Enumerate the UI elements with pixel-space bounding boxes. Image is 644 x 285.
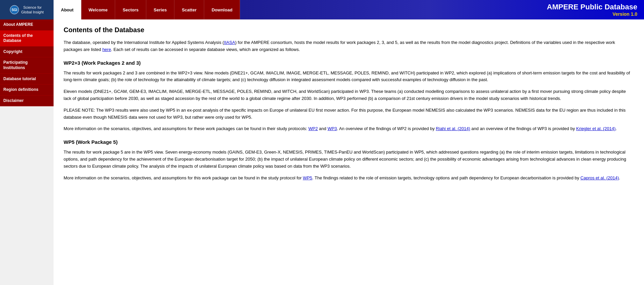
iiasa-link[interactable]: IIASA xyxy=(224,40,235,45)
wp5-link[interactable]: WP5 xyxy=(303,175,312,180)
nav-tab-sectors[interactable]: Sectors xyxy=(115,0,146,19)
logo-area: SGI Science for Global Insight xyxy=(0,0,54,19)
section1-p1: The results for work packages 2 and 3 ar… xyxy=(64,70,634,84)
logo-text: Science for Global Insight xyxy=(21,5,44,15)
nav-tab-scatter[interactable]: Scatter xyxy=(174,0,204,19)
section1-heading: WP2+3 (Work Packages 2 and 3) xyxy=(64,60,634,66)
kriegler-link[interactable]: Kriegler et al. (2014) xyxy=(576,126,616,131)
section1-p3: PLEASE NOTE: The WP3 results were also u… xyxy=(64,107,634,121)
body-layout: About AMPERE Contents of the Database Co… xyxy=(0,19,644,285)
nav-tab-about[interactable]: About xyxy=(54,0,81,19)
intro-paragraph: The database, operated by the Internatio… xyxy=(64,39,634,53)
logo-icon: SGI xyxy=(10,5,19,14)
sidebar-item-contents[interactable]: Contents of the Database xyxy=(0,31,54,47)
title-area: AMPERE Public Database Version 1.0 xyxy=(547,3,644,17)
app-version: Version 1.0 xyxy=(547,11,637,17)
sidebar-item-about-ampere[interactable]: About AMPERE xyxy=(0,19,54,31)
riahi-link[interactable]: Riahi et al. (2014) xyxy=(436,126,470,131)
page-title: Contents of the Database xyxy=(64,26,634,34)
section1-p2: Eleven models (DNE21+, GCAM, GEM-E3, IMA… xyxy=(64,88,634,102)
app-title: AMPERE Public Database xyxy=(547,3,637,11)
sidebar-item-copyright[interactable]: Copyright xyxy=(0,47,54,58)
sidebar-item-tutorial[interactable]: Database tutorial xyxy=(0,74,54,85)
nav-tab-series[interactable]: Series xyxy=(146,0,174,19)
main-content: Contents of the Database The database, o… xyxy=(54,19,644,285)
wp2-link[interactable]: WP2 xyxy=(308,126,318,131)
section1-p4: More information on the scenarios, objec… xyxy=(64,125,634,132)
wp3-link[interactable]: WP3 xyxy=(327,126,337,131)
section2-heading: WP5 (Work Package 5) xyxy=(64,139,634,145)
nav-tab-welcome[interactable]: Welcome xyxy=(81,0,115,19)
section2-p1: The results for work package 5 are in th… xyxy=(64,149,634,170)
svg-text:SGI: SGI xyxy=(12,8,17,12)
nav-area: About Welcome Sectors Series Scatter Dow… xyxy=(54,0,547,19)
section2-p2: More information on the scenarios, objec… xyxy=(64,175,634,182)
nav-tab-download[interactable]: Download xyxy=(204,0,240,19)
capros-link[interactable]: Capros et al. (2014) xyxy=(580,175,619,180)
here-link[interactable]: here xyxy=(102,47,111,52)
sidebar-item-participating[interactable]: Participating Institutions xyxy=(0,57,54,73)
sidebar: About AMPERE Contents of the Database Co… xyxy=(0,19,54,285)
header: SGI Science for Global Insight About Wel… xyxy=(0,0,644,19)
sidebar-item-disclaimer[interactable]: Disclaimer xyxy=(0,96,54,107)
sidebar-item-region[interactable]: Region definitions xyxy=(0,84,54,96)
